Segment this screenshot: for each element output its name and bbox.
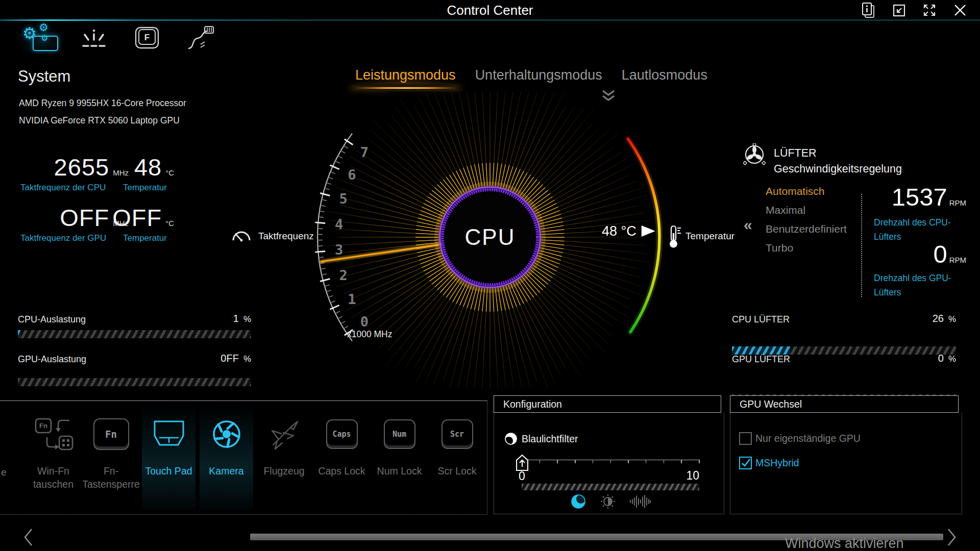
cpu-name: AMD Ryzen 9 9955HX 16-Core Processor	[19, 98, 186, 109]
hotkeys-overflow-text: e	[1, 467, 7, 478]
checkbox-dedicated-gpu[interactable]	[739, 432, 752, 445]
cpu-usage-value: 1%	[18, 313, 251, 324]
svg-text:3: 3	[335, 242, 343, 258]
blue-light-max: 10	[679, 469, 699, 483]
page-title: System	[18, 67, 70, 86]
dedicated-gpu-label[interactable]: Nur eigenständige GPU	[755, 433, 861, 444]
airplane-icon	[266, 404, 303, 464]
svg-text:7: 7	[360, 144, 369, 160]
tab-lautlosmodus[interactable]: Lautlosmodus	[619, 66, 710, 84]
hotkey-scr-lock[interactable]: Scr Scr Lock	[430, 404, 484, 510]
tab-fn-keys[interactable]: F	[124, 23, 170, 52]
gpu-switch-title: GPU Wechsel	[730, 395, 959, 413]
night-mode-icon	[504, 432, 518, 445]
window-controls	[856, 0, 972, 20]
mshybrid-label[interactable]: MSHybrid	[755, 457, 799, 469]
sound-wave-tool-icon[interactable]	[629, 494, 651, 509]
cpu-fan-bar-value: 26%	[732, 313, 956, 324]
fan-mode-benutzerdefiniert[interactable]: Benutzerdefiniert	[766, 219, 847, 238]
fan-title-line1: LÜFTER	[774, 147, 817, 160]
gpu-temp-value: OFF	[112, 204, 162, 232]
win-fn-swap-icon: Fn	[34, 404, 74, 464]
info-pages-icon[interactable]	[856, 1, 880, 19]
cpu-temp-value: 48	[134, 153, 162, 181]
restore-window-icon[interactable]	[887, 1, 911, 19]
hotkey-airplane[interactable]: Flugzeug	[257, 404, 311, 510]
thermometer-icon	[668, 224, 681, 249]
hotkey-num-lock[interactable]: Num Num Lock	[373, 404, 426, 510]
window-title: Control Center	[0, 0, 980, 20]
touchpad-icon	[152, 404, 186, 464]
camera-icon	[211, 404, 242, 464]
gpu-fan-rpm: 0RPM	[817, 240, 966, 268]
power-cable-icon	[185, 25, 215, 51]
cpu-clock-value: 2655	[54, 153, 110, 181]
svg-text:Fn: Fn	[39, 422, 47, 430]
tab-leistungsmodus[interactable]: Leistungsmodus	[352, 66, 459, 84]
svg-text:2: 2	[339, 267, 347, 283]
chevron-left-icon[interactable]: «	[744, 216, 752, 234]
blue-light-min: 0	[519, 469, 525, 483]
svg-text:4: 4	[335, 216, 343, 232]
windows-watermark: Windows aktivieren	[785, 536, 904, 551]
stat-cpu-temp: 48°C Temperatur	[123, 153, 174, 193]
tab-system[interactable]: ⚙ ⚙ ⚙	[17, 23, 64, 52]
cpu-gauge: 01234567 48 °C CPU	[255, 92, 725, 388]
temp-gauge-label: Temperatur	[685, 231, 734, 242]
blue-light-slider-handle[interactable]	[516, 455, 528, 471]
close-icon[interactable]	[948, 1, 972, 19]
gpu-fan-bar-value: 0%	[732, 353, 956, 364]
stat-cpu-clock: 2655MHz Taktfrequenz der CPU	[20, 153, 129, 193]
svg-text:F: F	[144, 33, 150, 42]
gpu-fan-rpm-label: Drehzahl des GPU-Lüfters	[874, 271, 951, 299]
stat-gpu-temp: OFF°C Temperatur	[123, 204, 174, 243]
scr-key-icon: Scr	[442, 404, 473, 464]
fan-icon	[743, 143, 766, 166]
blue-light-label: Blaulichtfilter	[522, 433, 578, 445]
fan-title-line2: Geschwindigkeitsregelung	[774, 163, 902, 176]
hotkey-camera[interactable]: Kamera	[200, 404, 253, 510]
konfiguration-title: Konfiguration	[494, 395, 721, 413]
speedometer-icon	[232, 228, 251, 242]
cpu-fan-rpm: 1537RPM	[817, 183, 966, 211]
svg-text:0: 0	[360, 314, 369, 330]
night-mode-tool-icon[interactable]	[571, 494, 586, 509]
caps-key-icon: Caps	[326, 404, 358, 464]
performance-mode-tabs: Leistungsmodus Unterhaltungsmodus Lautlo…	[352, 66, 710, 84]
checkbox-mshybrid[interactable]	[739, 457, 752, 469]
hotkey-caps-lock[interactable]: Caps Caps Lock	[315, 404, 369, 510]
svg-text:6: 6	[348, 167, 356, 183]
hotkeys-row: Fn Win-Fntauschen Fn Fn-Tastensperre	[27, 404, 484, 510]
scroll-left-icon[interactable]	[22, 528, 35, 547]
svg-text:1: 1	[348, 291, 356, 307]
keyboard-backlight-icon	[81, 26, 107, 50]
gauge-center: CPU	[437, 184, 543, 290]
brightness-tool-icon[interactable]	[600, 494, 616, 509]
fn-lock-icon: Fn	[93, 404, 129, 464]
gpu-name: NVIDIA GeForce RTX 5060 Laptop GPU	[19, 115, 180, 126]
accent-divider	[0, 19, 980, 21]
dial-unit-label: x1000 MHz	[347, 329, 393, 340]
hotkey-win-fn-swap[interactable]: Fn Win-Fntauschen	[27, 404, 80, 510]
tab-devices[interactable]	[177, 23, 224, 52]
scroll-right-icon[interactable]	[945, 528, 958, 547]
tab-unterhaltungsmodus[interactable]: Unterhaltungsmodus	[472, 66, 605, 84]
clock-gauge-label: Taktfrequenz	[258, 231, 314, 242]
svg-text:5: 5	[339, 191, 347, 207]
gpu-clock-value: OFF	[60, 204, 109, 232]
num-key-icon: Num	[384, 404, 415, 464]
f-key-icon: F	[134, 26, 160, 49]
gauge-center-label: CPU	[465, 224, 516, 249]
gpu-usage-bar	[18, 378, 251, 386]
tab-lighting[interactable]	[70, 23, 117, 52]
temp-readout: 48 °C	[602, 223, 636, 239]
blue-light-track[interactable]	[522, 484, 699, 490]
titlebar: Control Center	[0, 0, 980, 20]
hotkey-fn-lock[interactable]: Fn Fn-Tastensperre	[84, 404, 138, 510]
hotkey-touchpad[interactable]: Touch Pad	[142, 404, 195, 510]
nav-tabbar: ⚙ ⚙ ⚙ F	[17, 23, 224, 52]
gpu-usage-value: 0FF%	[18, 353, 251, 364]
maximize-icon[interactable]	[918, 1, 941, 19]
cpu-usage-bar	[18, 330, 251, 338]
